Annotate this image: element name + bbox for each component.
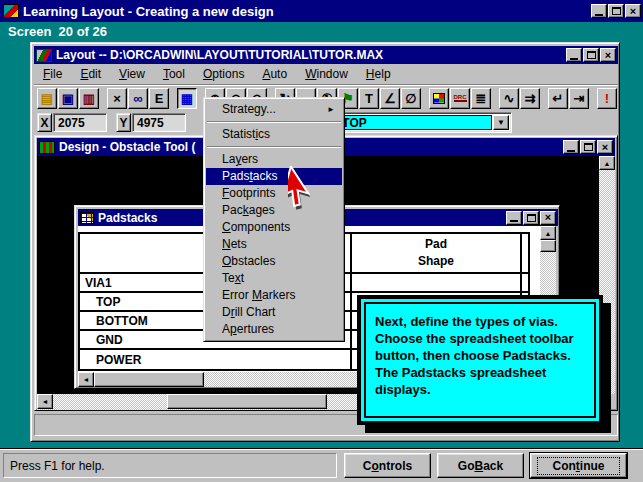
menubar: FileEditViewToolOptionsAutoWindowHelp xyxy=(34,64,618,84)
edit-text-icon: E xyxy=(155,91,164,106)
x-coord-field[interactable]: 2075 xyxy=(53,113,107,132)
open-file-icon: ▤ xyxy=(41,91,53,106)
spreadsheet-button[interactable]: ▦ xyxy=(177,88,197,109)
app-title: Learning Layout - Creating a new design xyxy=(23,4,274,19)
no-connect-button[interactable]: ∅ xyxy=(401,88,421,109)
minimize-button[interactable] xyxy=(591,4,607,18)
delete-icon: × xyxy=(113,91,121,106)
save-button[interactable]: ▣ xyxy=(58,88,78,109)
controls-button[interactable]: Controls xyxy=(344,453,431,478)
error-button[interactable]: ! xyxy=(597,88,617,109)
menu-item-nets[interactable]: Nets xyxy=(206,236,342,253)
continue-button-label: Continue xyxy=(537,457,619,475)
menu-view[interactable]: View xyxy=(110,65,154,83)
scroll-up-button[interactable]: ▲ xyxy=(540,226,556,240)
continue-button-frame: Continue xyxy=(529,452,628,479)
layout-minimize-button[interactable] xyxy=(566,48,582,62)
close-icon: × xyxy=(630,6,636,17)
menu-item-strategy[interactable]: Strategy...► xyxy=(206,101,342,118)
layout-titlebar[interactable]: Layout -- D:\ORCADWIN\LAYOUT\TUTORIAL\TU… xyxy=(34,46,618,64)
find-button[interactable]: ∞ xyxy=(128,88,148,109)
app-icon[interactable] xyxy=(3,4,19,18)
finish-icon: ⇥ xyxy=(574,91,585,106)
menu-item-apertures[interactable]: Apertures xyxy=(206,321,342,338)
library-icon: ▥ xyxy=(83,91,95,106)
text-tool-button[interactable]: T xyxy=(359,88,379,109)
menu-item-text[interactable]: Text xyxy=(206,270,342,287)
maximize-icon xyxy=(527,214,536,222)
close-icon: × xyxy=(602,142,608,153)
menu-item-obstacles[interactable]: Obstacles xyxy=(206,253,342,270)
app-titlebar: Learning Layout - Creating a new design … xyxy=(0,0,643,22)
close-button[interactable]: × xyxy=(625,4,641,18)
maximize-icon xyxy=(584,143,593,151)
padstacks-maximize-button[interactable] xyxy=(523,211,539,225)
app-window-controls: × xyxy=(591,4,641,18)
continue-button[interactable]: Continue xyxy=(530,453,627,478)
maximize-button[interactable] xyxy=(608,4,624,18)
menu-window[interactable]: Window xyxy=(296,65,357,83)
layout-maximize-button[interactable] xyxy=(583,48,599,62)
menu-file[interactable]: File xyxy=(34,65,71,83)
delete-button[interactable]: × xyxy=(107,88,127,109)
components-button[interactable]: ≣ xyxy=(471,88,491,109)
dropdown-arrow-button[interactable]: ▼ xyxy=(493,115,509,130)
padstacks-minimize-button[interactable] xyxy=(506,211,522,225)
help-status-box: Press F1 for help. xyxy=(3,453,337,478)
design-maximize-button[interactable] xyxy=(580,140,596,154)
x-coord-label: X xyxy=(37,113,52,132)
scroll-left-button[interactable]: ◄ xyxy=(78,372,94,387)
menu-item-error-markers[interactable]: Error Markers xyxy=(206,287,342,304)
menu-auto[interactable]: Auto xyxy=(253,65,296,83)
close-icon: × xyxy=(545,212,551,223)
menu-help[interactable]: Help xyxy=(357,65,400,83)
layer-dropdown[interactable]: 1 TOP ▼ xyxy=(322,112,512,133)
save-icon: ▣ xyxy=(62,91,74,106)
scroll-thumb[interactable] xyxy=(94,372,204,387)
minimize-icon xyxy=(595,14,603,16)
design-close-button[interactable]: × xyxy=(597,140,613,154)
scroll-up-button[interactable]: ▲ xyxy=(599,156,615,170)
menu-item-drill-chart[interactable]: Drill Chart xyxy=(206,304,342,321)
pad-shape-cell[interactable] xyxy=(352,274,522,293)
finish-button[interactable]: ⇥ xyxy=(569,88,589,109)
arrow-left-icon: ◄ xyxy=(42,398,49,405)
library-button[interactable]: ▥ xyxy=(79,88,99,109)
menu-item-statistics[interactable]: Statistics xyxy=(206,126,342,143)
dimension-button[interactable]: ∠ xyxy=(380,88,400,109)
edit-text-button[interactable]: E xyxy=(149,88,169,109)
padstack-name-cell[interactable]: POWER xyxy=(80,350,352,369)
end-route-button[interactable]: ↵ xyxy=(548,88,568,109)
colors-button[interactable] xyxy=(429,88,449,109)
menu-edit[interactable]: Edit xyxy=(71,65,110,83)
text-tool-icon: T xyxy=(365,91,373,106)
layer-dropdown-value: 1 TOP xyxy=(325,115,492,130)
design-minimize-button[interactable] xyxy=(563,140,579,154)
tutorial-line: The Padstacks spreadsheet xyxy=(375,364,588,381)
go-back-button[interactable]: Go Back xyxy=(437,453,524,478)
layout-close-button[interactable]: × xyxy=(600,48,616,62)
spreadsheet-pencil-icon xyxy=(80,212,94,224)
menu-tool[interactable]: Tool xyxy=(154,65,194,83)
no-connect-icon: ∅ xyxy=(405,91,416,106)
spreadsheet-context-menu: Strategy...►StatisticsLayersPadstacksFoo… xyxy=(203,97,345,342)
menu-options[interactable]: Options xyxy=(194,65,253,83)
tutorial-controls-bar: Press F1 for help. Controls Go Back Cont… xyxy=(0,449,643,482)
scroll-thumb[interactable] xyxy=(167,394,327,409)
design-icon xyxy=(39,141,55,154)
drc-button[interactable]: DRC xyxy=(450,88,470,109)
find-icon: ∞ xyxy=(133,91,142,106)
arrow-left-icon: ◄ xyxy=(83,376,90,383)
route-button[interactable]: ∿ xyxy=(499,88,519,109)
scroll-thumb[interactable] xyxy=(540,240,556,252)
shove-button[interactable]: ⇉ xyxy=(520,88,540,109)
minimize-icon xyxy=(510,220,518,222)
scroll-left-button[interactable]: ◄ xyxy=(37,394,53,409)
menu-item-components[interactable]: Components xyxy=(206,219,342,236)
open-file-button[interactable]: ▤ xyxy=(37,88,57,109)
close-icon: × xyxy=(605,50,611,61)
maximize-icon xyxy=(612,7,621,15)
minimize-icon xyxy=(570,58,578,60)
y-coord-field[interactable]: 4975 xyxy=(132,113,186,132)
padstacks-close-button[interactable]: × xyxy=(540,211,556,225)
